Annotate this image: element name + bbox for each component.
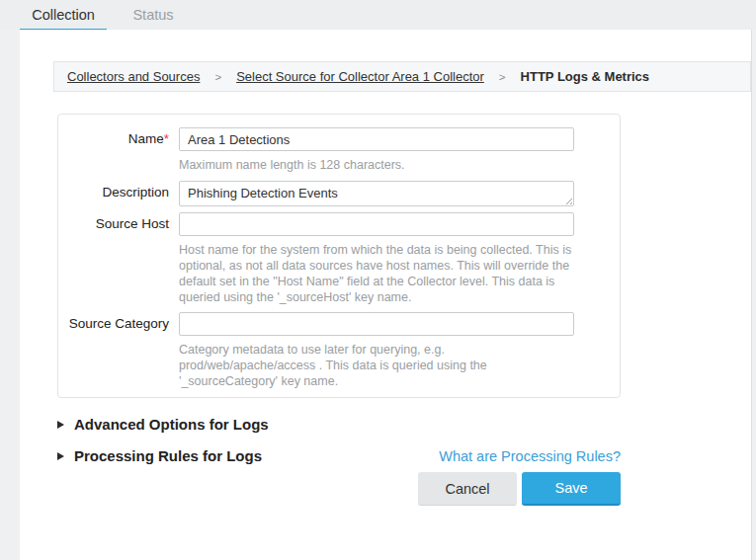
name-input[interactable] [179, 127, 574, 151]
form-actions: Cancel Save [57, 472, 621, 506]
tab-status[interactable]: Status [117, 0, 190, 30]
breadcrumb-current-page: HTTP Logs & Metrics [521, 69, 650, 84]
what-are-processing-rules-link[interactable]: What are Processing Rules? [439, 448, 621, 464]
source-category-field-row: Source Category Category metadata to use… [58, 312, 620, 389]
source-category-input[interactable] [179, 312, 574, 336]
main-column: Name* Maximum name length is 128 charact… [57, 114, 621, 506]
breadcrumb-link-collectors-and-sources[interactable]: Collectors and Sources [67, 69, 200, 84]
section-advanced-options[interactable]: Advanced Options for Logs [57, 416, 621, 433]
breadcrumb-separator: > [214, 71, 221, 83]
source-host-field-row: Source Host Host name for the system fro… [58, 212, 620, 305]
advanced-options-title: Advanced Options for Logs [74, 416, 269, 433]
description-textarea[interactable]: Phishing Detection Events [179, 181, 574, 206]
collapsed-arrow-icon [57, 421, 64, 429]
name-field-row: Name* Maximum name length is 128 charact… [58, 127, 620, 173]
required-asterisk-icon: * [164, 131, 169, 146]
section-processing-rules[interactable]: Processing Rules for Logs What are Proce… [57, 447, 621, 464]
processing-rules-title: Processing Rules for Logs [74, 447, 262, 464]
breadcrumb: Collectors and Sources > Select Source f… [53, 61, 751, 92]
source-category-label: Source Category [58, 312, 179, 389]
description-label: Description [58, 181, 179, 206]
tab-collection-label: Collection [32, 7, 95, 23]
breadcrumb-link-select-source[interactable]: Select Source for Collector Area 1 Colle… [236, 69, 484, 84]
source-config-form: Name* Maximum name length is 128 charact… [57, 114, 621, 398]
cancel-button[interactable]: Cancel [418, 472, 517, 506]
name-label: Name* [58, 127, 179, 173]
breadcrumb-separator: > [499, 71, 506, 83]
name-helper-text: Maximum name length is 128 characters. [179, 157, 574, 173]
collapsed-arrow-icon [57, 452, 64, 460]
tab-collection[interactable]: Collection [20, 0, 107, 30]
source-host-helper-text: Host name for the system from which the … [179, 242, 574, 305]
tab-bar: Collection Status [0, 0, 756, 30]
source-category-helper-text: Category metadata to use later for query… [179, 342, 574, 389]
source-host-input[interactable] [179, 212, 574, 236]
tab-status-label: Status [132, 7, 173, 23]
content-panel: Collectors and Sources > Select Source f… [20, 30, 752, 560]
source-host-label: Source Host [58, 212, 179, 305]
description-field-row: Description Phishing Detection Events [58, 181, 620, 206]
save-button[interactable]: Save [522, 472, 621, 506]
